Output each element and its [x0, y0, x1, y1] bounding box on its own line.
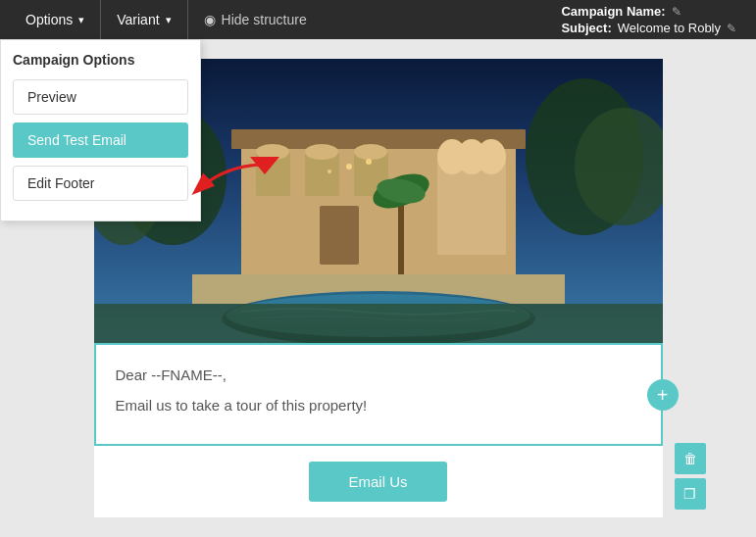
subject-edit-icon[interactable]: ✎	[727, 22, 736, 35]
svg-point-12	[477, 139, 506, 174]
edit-footer-button[interactable]: Edit Footer	[13, 166, 188, 201]
campaign-name-edit-icon[interactable]: ✎	[672, 5, 681, 19]
delete-block-button[interactable]: 🗑	[675, 443, 706, 474]
copy-icon: ❐	[683, 486, 696, 502]
variant-chevron-icon: ▾	[166, 14, 172, 26]
variant-button[interactable]: Variant ▾	[101, 0, 186, 39]
svg-rect-23	[94, 304, 663, 343]
svg-point-29	[328, 170, 331, 173]
svg-point-18	[354, 144, 387, 160]
body-text: Email us to take a tour of this property…	[116, 395, 641, 417]
main-area: Campaign Options Preview Send Test Email…	[0, 39, 756, 537]
action-icons: 🗑 ❐	[675, 443, 706, 510]
preview-button[interactable]: Preview	[13, 79, 188, 115]
email-us-button[interactable]: Email Us	[309, 462, 446, 502]
variant-label: Variant	[117, 12, 159, 27]
subject-label: Subject:	[561, 21, 611, 35]
hide-structure-button[interactable]: ◉ Hide structure	[188, 4, 323, 35]
hide-structure-label: Hide structure	[222, 12, 307, 27]
copy-block-button[interactable]: ❐	[675, 478, 706, 510]
campaign-name-label: Campaign Name:	[561, 4, 665, 19]
subject-value: Welcome to Robly	[618, 21, 721, 35]
campaign-info: Campaign Name: ✎ Subject: Welcome to Rob…	[561, 4, 746, 35]
campaign-options-panel: Campaign Options Preview Send Test Email…	[0, 39, 201, 221]
subject-row: Subject: Welcome to Robly ✎	[561, 21, 736, 35]
svg-rect-19	[320, 206, 359, 265]
panel-title: Campaign Options	[13, 52, 188, 68]
cta-area: Email Us 🗑 ❐	[94, 446, 663, 517]
send-test-email-button[interactable]: Send Test Email	[13, 122, 188, 158]
options-chevron-icon: ▾	[78, 14, 84, 26]
options-label: Options	[25, 12, 73, 27]
eye-icon: ◉	[204, 12, 216, 27]
svg-rect-24	[398, 196, 404, 274]
campaign-name-row: Campaign Name: ✎	[561, 4, 736, 19]
svg-point-27	[346, 164, 352, 170]
trash-icon: 🗑	[683, 451, 697, 466]
add-block-button[interactable]: +	[647, 379, 679, 411]
greeting-text: Dear --FNAME--,	[116, 365, 641, 387]
svg-point-14	[256, 144, 289, 160]
svg-point-28	[366, 159, 372, 165]
text-block[interactable]: Dear --FNAME--, Email us to take a tour …	[94, 343, 663, 446]
toolbar: Options ▾ Variant ▾ ◉ Hide structure Cam…	[0, 0, 756, 39]
svg-point-16	[305, 144, 338, 160]
options-button[interactable]: Options ▾	[10, 0, 100, 39]
